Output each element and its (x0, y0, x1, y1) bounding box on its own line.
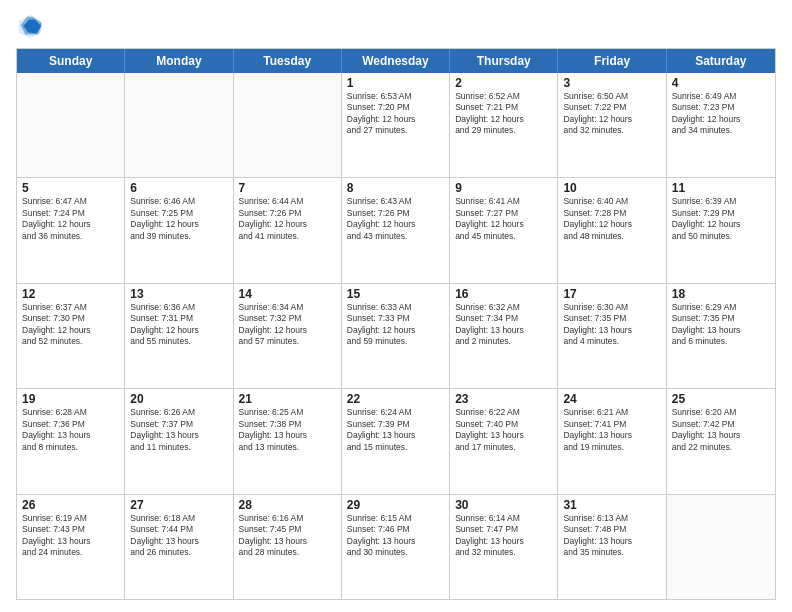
day-info: Sunrise: 6:39 AM Sunset: 7:29 PM Dayligh… (672, 196, 770, 242)
day-cell-4: 4Sunrise: 6:49 AM Sunset: 7:23 PM Daylig… (667, 73, 775, 177)
day-cell-26: 26Sunrise: 6:19 AM Sunset: 7:43 PM Dayli… (17, 495, 125, 599)
day-cell-29: 29Sunrise: 6:15 AM Sunset: 7:46 PM Dayli… (342, 495, 450, 599)
empty-cell (125, 73, 233, 177)
day-number: 3 (563, 76, 660, 90)
day-number: 7 (239, 181, 336, 195)
day-header-wednesday: Wednesday (342, 49, 450, 73)
day-number: 12 (22, 287, 119, 301)
empty-cell (234, 73, 342, 177)
day-number: 5 (22, 181, 119, 195)
day-number: 9 (455, 181, 552, 195)
day-cell-23: 23Sunrise: 6:22 AM Sunset: 7:40 PM Dayli… (450, 389, 558, 493)
day-number: 15 (347, 287, 444, 301)
day-info: Sunrise: 6:53 AM Sunset: 7:20 PM Dayligh… (347, 91, 444, 137)
day-number: 21 (239, 392, 336, 406)
day-number: 28 (239, 498, 336, 512)
day-number: 17 (563, 287, 660, 301)
day-number: 16 (455, 287, 552, 301)
day-info: Sunrise: 6:49 AM Sunset: 7:23 PM Dayligh… (672, 91, 770, 137)
day-info: Sunrise: 6:41 AM Sunset: 7:27 PM Dayligh… (455, 196, 552, 242)
day-info: Sunrise: 6:24 AM Sunset: 7:39 PM Dayligh… (347, 407, 444, 453)
day-number: 20 (130, 392, 227, 406)
logo (16, 12, 48, 40)
day-info: Sunrise: 6:20 AM Sunset: 7:42 PM Dayligh… (672, 407, 770, 453)
empty-cell (17, 73, 125, 177)
day-headers: SundayMondayTuesdayWednesdayThursdayFrid… (17, 49, 775, 73)
day-cell-16: 16Sunrise: 6:32 AM Sunset: 7:34 PM Dayli… (450, 284, 558, 388)
day-cell-14: 14Sunrise: 6:34 AM Sunset: 7:32 PM Dayli… (234, 284, 342, 388)
day-cell-24: 24Sunrise: 6:21 AM Sunset: 7:41 PM Dayli… (558, 389, 666, 493)
day-info: Sunrise: 6:14 AM Sunset: 7:47 PM Dayligh… (455, 513, 552, 559)
page: SundayMondayTuesdayWednesdayThursdayFrid… (0, 0, 792, 612)
empty-cell (667, 495, 775, 599)
day-info: Sunrise: 6:33 AM Sunset: 7:33 PM Dayligh… (347, 302, 444, 348)
week-row-2: 12Sunrise: 6:37 AM Sunset: 7:30 PM Dayli… (17, 284, 775, 389)
day-number: 11 (672, 181, 770, 195)
day-info: Sunrise: 6:19 AM Sunset: 7:43 PM Dayligh… (22, 513, 119, 559)
day-cell-17: 17Sunrise: 6:30 AM Sunset: 7:35 PM Dayli… (558, 284, 666, 388)
day-info: Sunrise: 6:15 AM Sunset: 7:46 PM Dayligh… (347, 513, 444, 559)
day-info: Sunrise: 6:22 AM Sunset: 7:40 PM Dayligh… (455, 407, 552, 453)
day-cell-9: 9Sunrise: 6:41 AM Sunset: 7:27 PM Daylig… (450, 178, 558, 282)
day-info: Sunrise: 6:44 AM Sunset: 7:26 PM Dayligh… (239, 196, 336, 242)
day-info: Sunrise: 6:29 AM Sunset: 7:35 PM Dayligh… (672, 302, 770, 348)
day-cell-22: 22Sunrise: 6:24 AM Sunset: 7:39 PM Dayli… (342, 389, 450, 493)
day-cell-13: 13Sunrise: 6:36 AM Sunset: 7:31 PM Dayli… (125, 284, 233, 388)
day-number: 25 (672, 392, 770, 406)
day-header-thursday: Thursday (450, 49, 558, 73)
day-number: 29 (347, 498, 444, 512)
day-cell-30: 30Sunrise: 6:14 AM Sunset: 7:47 PM Dayli… (450, 495, 558, 599)
day-info: Sunrise: 6:21 AM Sunset: 7:41 PM Dayligh… (563, 407, 660, 453)
day-cell-15: 15Sunrise: 6:33 AM Sunset: 7:33 PM Dayli… (342, 284, 450, 388)
day-number: 19 (22, 392, 119, 406)
day-info: Sunrise: 6:30 AM Sunset: 7:35 PM Dayligh… (563, 302, 660, 348)
day-number: 18 (672, 287, 770, 301)
day-info: Sunrise: 6:32 AM Sunset: 7:34 PM Dayligh… (455, 302, 552, 348)
day-info: Sunrise: 6:46 AM Sunset: 7:25 PM Dayligh… (130, 196, 227, 242)
header (16, 12, 776, 40)
day-number: 27 (130, 498, 227, 512)
day-header-sunday: Sunday (17, 49, 125, 73)
day-cell-3: 3Sunrise: 6:50 AM Sunset: 7:22 PM Daylig… (558, 73, 666, 177)
week-row-4: 26Sunrise: 6:19 AM Sunset: 7:43 PM Dayli… (17, 495, 775, 599)
day-number: 2 (455, 76, 552, 90)
day-cell-10: 10Sunrise: 6:40 AM Sunset: 7:28 PM Dayli… (558, 178, 666, 282)
day-cell-20: 20Sunrise: 6:26 AM Sunset: 7:37 PM Dayli… (125, 389, 233, 493)
day-cell-2: 2Sunrise: 6:52 AM Sunset: 7:21 PM Daylig… (450, 73, 558, 177)
week-row-1: 5Sunrise: 6:47 AM Sunset: 7:24 PM Daylig… (17, 178, 775, 283)
day-info: Sunrise: 6:36 AM Sunset: 7:31 PM Dayligh… (130, 302, 227, 348)
day-cell-28: 28Sunrise: 6:16 AM Sunset: 7:45 PM Dayli… (234, 495, 342, 599)
day-number: 8 (347, 181, 444, 195)
day-header-friday: Friday (558, 49, 666, 73)
day-cell-21: 21Sunrise: 6:25 AM Sunset: 7:38 PM Dayli… (234, 389, 342, 493)
day-cell-18: 18Sunrise: 6:29 AM Sunset: 7:35 PM Dayli… (667, 284, 775, 388)
day-header-saturday: Saturday (667, 49, 775, 73)
day-info: Sunrise: 6:16 AM Sunset: 7:45 PM Dayligh… (239, 513, 336, 559)
day-cell-25: 25Sunrise: 6:20 AM Sunset: 7:42 PM Dayli… (667, 389, 775, 493)
day-cell-27: 27Sunrise: 6:18 AM Sunset: 7:44 PM Dayli… (125, 495, 233, 599)
day-number: 30 (455, 498, 552, 512)
day-cell-5: 5Sunrise: 6:47 AM Sunset: 7:24 PM Daylig… (17, 178, 125, 282)
day-info: Sunrise: 6:50 AM Sunset: 7:22 PM Dayligh… (563, 91, 660, 137)
day-header-monday: Monday (125, 49, 233, 73)
week-row-3: 19Sunrise: 6:28 AM Sunset: 7:36 PM Dayli… (17, 389, 775, 494)
day-info: Sunrise: 6:28 AM Sunset: 7:36 PM Dayligh… (22, 407, 119, 453)
day-number: 26 (22, 498, 119, 512)
day-number: 24 (563, 392, 660, 406)
day-info: Sunrise: 6:18 AM Sunset: 7:44 PM Dayligh… (130, 513, 227, 559)
day-cell-6: 6Sunrise: 6:46 AM Sunset: 7:25 PM Daylig… (125, 178, 233, 282)
day-number: 10 (563, 181, 660, 195)
day-number: 4 (672, 76, 770, 90)
day-number: 14 (239, 287, 336, 301)
day-info: Sunrise: 6:34 AM Sunset: 7:32 PM Dayligh… (239, 302, 336, 348)
day-info: Sunrise: 6:25 AM Sunset: 7:38 PM Dayligh… (239, 407, 336, 453)
day-info: Sunrise: 6:13 AM Sunset: 7:48 PM Dayligh… (563, 513, 660, 559)
day-number: 6 (130, 181, 227, 195)
day-cell-1: 1Sunrise: 6:53 AM Sunset: 7:20 PM Daylig… (342, 73, 450, 177)
day-number: 1 (347, 76, 444, 90)
day-number: 31 (563, 498, 660, 512)
day-cell-19: 19Sunrise: 6:28 AM Sunset: 7:36 PM Dayli… (17, 389, 125, 493)
logo-icon (16, 12, 44, 40)
day-number: 13 (130, 287, 227, 301)
day-number: 22 (347, 392, 444, 406)
